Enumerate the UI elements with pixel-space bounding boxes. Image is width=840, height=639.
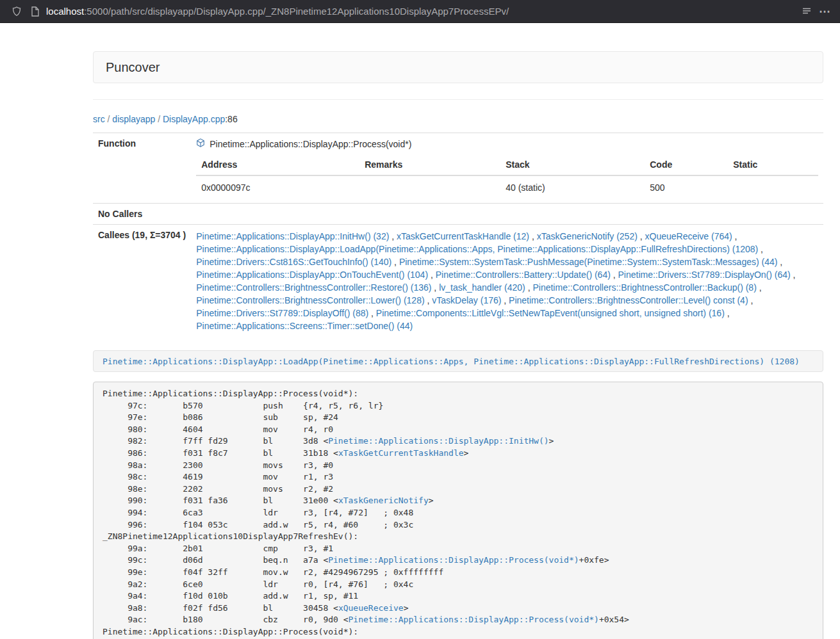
callee-link[interactable]: Pinetime::Controllers::BrightnessControl…: [196, 282, 431, 293]
function-row: Function Pinetime::Applications::Display…: [93, 133, 823, 204]
code-symbol-link[interactable]: Pinetime::Applications::DisplayApp::Proc…: [349, 615, 599, 624]
code-symbol-link[interactable]: Pinetime::Applications::DisplayApp::Init…: [328, 436, 548, 446]
symbol-link[interactable]: Pinetime::Applications::DisplayApp::Load…: [103, 357, 800, 366]
breadcrumb-link[interactable]: DisplayApp.cpp: [163, 114, 225, 124]
reader-view-icon[interactable]: [798, 3, 816, 20]
stat-static: [728, 175, 818, 198]
breadcrumb: src / displayapp / DisplayApp.cpp:86: [93, 114, 823, 124]
column-header-code: Code: [645, 154, 728, 175]
column-header-remarks: Remarks: [359, 154, 500, 175]
callee-link[interactable]: Pinetime::Applications::Screens::Timer::…: [196, 321, 413, 331]
stats-value-row: 0x0000097c 40 (static) 500: [196, 175, 818, 198]
callee-link[interactable]: Pinetime::Applications::DisplayApp::Load…: [196, 244, 758, 254]
callee-link[interactable]: Pinetime::Drivers::Cst816S::GetTouchInfo…: [196, 257, 391, 267]
url-host: localhost: [46, 6, 84, 17]
no-callers-value: [191, 204, 823, 225]
column-header-address: Address: [196, 154, 359, 175]
callee-link[interactable]: Pinetime::Components::LittleVgl::SetNewT…: [376, 308, 725, 318]
function-row-label: Function: [93, 133, 191, 204]
url-bar[interactable]: localhost:5000/path/src/displayapp/Displ…: [46, 6, 790, 17]
breadcrumb-link[interactable]: displayapp: [112, 114, 155, 124]
stat-code: 500: [645, 175, 728, 198]
callee-link[interactable]: Pinetime::Applications::DisplayApp::Init…: [196, 231, 389, 241]
callee-link[interactable]: xQueueReceive (764): [645, 231, 732, 241]
callee-link[interactable]: Pinetime::Controllers::BrightnessControl…: [196, 295, 424, 305]
app-header-panel: Puncover: [93, 51, 823, 83]
column-header-static: Static: [728, 154, 818, 175]
callee-link[interactable]: Pinetime::Drivers::St7789::DisplayOn() (…: [618, 270, 791, 280]
callee-link[interactable]: Pinetime::Controllers::Battery::Update()…: [436, 270, 611, 280]
callee-link[interactable]: Pinetime::Drivers::St7789::DisplayOff() …: [196, 308, 368, 318]
shield-icon[interactable]: [8, 3, 26, 20]
callee-link[interactable]: Pinetime::Controllers::BrightnessControl…: [509, 295, 748, 305]
stats-header-row: Address Remarks Stack Code Static: [196, 154, 818, 175]
callees-cell: Pinetime::Applications::DisplayApp::Init…: [191, 225, 823, 338]
function-stats-table: Address Remarks Stack Code Static 0x0000…: [196, 154, 818, 198]
main-content: Puncover src / displayapp / DisplayApp.c…: [0, 23, 840, 639]
page-actions-menu-icon[interactable]: ⋯: [816, 3, 834, 20]
divider: [93, 99, 823, 100]
callee-link[interactable]: xTaskGenericNotify (252): [537, 231, 638, 241]
function-signature-line: Pinetime::Applications::DisplayApp::Proc…: [196, 138, 818, 149]
callee-link[interactable]: Pinetime::Applications::DisplayApp::OnTo…: [196, 270, 428, 280]
callee-link[interactable]: Pinetime::Controllers::BrightnessControl…: [532, 282, 756, 293]
code-symbol-link[interactable]: xTaskGenericNotify: [338, 496, 429, 505]
function-cube-icon: [196, 138, 205, 149]
function-detail-table: Function Pinetime::Applications::Display…: [93, 133, 823, 337]
app-title[interactable]: Puncover: [106, 60, 160, 75]
breadcrumb-separator: /: [155, 114, 163, 124]
url-path: :5000/path/src/displayapp/DisplayApp.cpp…: [84, 6, 509, 17]
stat-remarks: [359, 175, 500, 198]
browser-toolbar: localhost:5000/path/src/displayapp/Displ…: [0, 0, 840, 23]
column-header-stack: Stack: [500, 154, 645, 175]
content-container: Puncover src / displayapp / DisplayApp.c…: [93, 23, 823, 639]
callee-link[interactable]: vTaskDelay (176): [432, 295, 501, 305]
no-callers-row: No Callers: [93, 204, 823, 225]
callee-link[interactable]: xTaskGetCurrentTaskHandle (12): [397, 231, 529, 241]
function-row-value: Pinetime::Applications::DisplayApp::Proc…: [191, 133, 823, 204]
stat-address: 0x0000097c: [196, 175, 359, 198]
code-symbol-link[interactable]: Pinetime::Applications::DisplayApp::Proc…: [328, 555, 579, 565]
code-symbol-link[interactable]: xQueueReceive: [338, 603, 404, 613]
no-callers-label: No Callers: [93, 204, 191, 225]
page-info-icon[interactable]: [26, 3, 44, 20]
disassembly-code-block: Pinetime::Applications::DisplayApp::Proc…: [93, 382, 823, 639]
breadcrumb-separator: /: [105, 114, 113, 124]
callees-row: Callees (19, Σ=3704 ) Pinetime::Applicat…: [93, 225, 823, 338]
breadcrumb-link[interactable]: src: [93, 114, 105, 124]
stat-stack: 40 (static): [500, 175, 645, 198]
symbol-well: Pinetime::Applications::DisplayApp::Load…: [93, 350, 823, 372]
callee-link[interactable]: Pinetime::System::SystemTask::PushMessag…: [399, 257, 778, 267]
code-symbol-link[interactable]: xTaskGetCurrentTaskHandle: [338, 448, 464, 458]
breadcrumb-line-number: :86: [225, 114, 237, 124]
callee-link[interactable]: lv_task_handler (420): [439, 282, 525, 293]
callees-label: Callees (19, Σ=3704 ): [93, 225, 191, 338]
function-name: Pinetime::Applications::DisplayApp::Proc…: [210, 139, 411, 149]
